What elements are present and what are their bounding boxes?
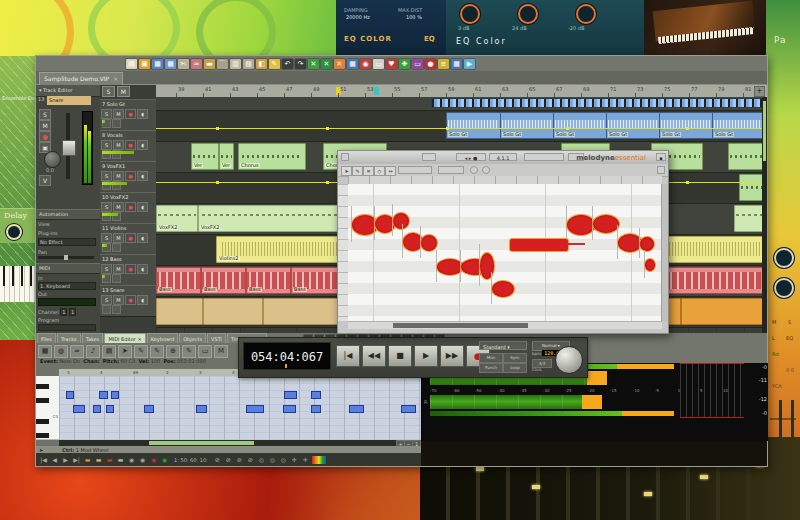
black-key[interactable] <box>36 398 49 403</box>
arrow-tool[interactable]: ➤ <box>341 166 352 176</box>
midi-m-icon[interactable]: M <box>214 345 228 358</box>
range-marker[interactable] <box>374 87 379 95</box>
velocity-icon[interactable]: ≈ <box>70 345 84 358</box>
pan-knob[interactable] <box>44 151 61 168</box>
record-arm-button[interactable]: ● <box>125 140 136 150</box>
trim-icon[interactable]: ▬ <box>204 59 215 69</box>
channel-in-field[interactable]: 1 <box>60 308 67 316</box>
melodyne-hscroll-thumb[interactable] <box>393 323 528 328</box>
click-label[interactable]: Click <box>532 368 542 372</box>
quantize-icon[interactable]: ▬ <box>83 455 92 464</box>
mute2-icon[interactable]: ⊘ <box>224 455 233 464</box>
play-button[interactable]: ▶ <box>414 345 438 367</box>
lock-icon[interactable] <box>102 305 111 314</box>
record-arm-button[interactable]: ● <box>125 295 136 305</box>
record-arm-button[interactable]: ● <box>125 264 136 274</box>
list-icon[interactable]: ▤ <box>102 345 116 358</box>
color-mode-icon[interactable] <box>312 456 326 464</box>
open-folder-icon[interactable]: ▣ <box>139 59 150 69</box>
piano-roll-grid[interactable] <box>59 376 421 440</box>
record-filter-icon[interactable]: ◉ <box>149 455 158 464</box>
melodyne-tempo-field[interactable] <box>524 153 564 161</box>
piano-icon[interactable]: ▦ <box>38 345 52 358</box>
midi-note[interactable] <box>73 405 85 413</box>
track-header[interactable]: 7 Solo GtSM●◖ <box>100 99 156 131</box>
track-header[interactable]: 9 VoxFX1SM●◖ <box>100 161 156 193</box>
add-track-button[interactable]: + <box>754 86 765 97</box>
monitor-button[interactable]: ◖ <box>137 140 148 150</box>
monitor-button[interactable]: ◖ <box>137 171 148 181</box>
mute3-icon[interactable]: ⊘ <box>235 455 244 464</box>
gear-icon[interactable] <box>112 119 121 128</box>
midi-note[interactable] <box>111 391 119 399</box>
pan-slider[interactable] <box>38 256 94 259</box>
zoom-in-icon[interactable]: ✛ <box>290 455 299 464</box>
crossfade-icon[interactable]: ≈ <box>191 59 202 69</box>
solo-button[interactable]: S <box>101 140 112 150</box>
mute4-icon[interactable]: ⊘ <box>246 455 255 464</box>
melodyne-window-icon[interactable] <box>341 153 349 161</box>
gear-icon[interactable] <box>112 274 121 283</box>
project-tab[interactable]: Samplitude Demo.VIP× <box>39 72 123 86</box>
plugins-value-field[interactable]: No Effect <box>38 238 96 246</box>
autoplay-icon[interactable]: ▶ <box>464 59 475 69</box>
eraser-icon[interactable]: ▭ <box>198 345 212 358</box>
forward-button[interactable]: ▶▶ <box>440 345 464 367</box>
melodyne-note[interactable] <box>639 236 655 252</box>
audio-clip[interactable]: Solo Gt <box>446 112 501 139</box>
pencil-yellow-icon[interactable]: ✎ <box>182 345 196 358</box>
audio-clip[interactable]: Ver <box>219 143 234 170</box>
loop3-icon[interactable]: ◎ <box>279 455 288 464</box>
melodyne-sustain-note[interactable] <box>509 238 569 252</box>
cut-icon[interactable]: ✂ <box>178 59 189 69</box>
melodyne-title-bar[interactable]: ◂ ▸ ● 4.1.1 melodyneessential ▪ <box>338 151 668 165</box>
marker-icon[interactable]: ◉ <box>360 59 371 69</box>
formant-tool[interactable]: ≡ <box>363 166 374 176</box>
pencil-blue-icon[interactable]: ✎ <box>134 345 148 358</box>
automation-section-header[interactable]: Automation <box>36 209 101 220</box>
audio-clip[interactable]: Bass <box>156 267 201 294</box>
mute-button[interactable]: M <box>39 120 51 131</box>
monitor-button[interactable]: Mon <box>479 353 503 363</box>
master-mute-button[interactable]: M <box>117 86 130 97</box>
go-start-icon[interactable]: |◀ <box>39 455 48 464</box>
step-back-icon[interactable]: ◀ <box>50 455 59 464</box>
timeline-vscrollbar[interactable] <box>762 97 767 333</box>
sync-button[interactable]: Sync <box>503 353 527 363</box>
pan-slider-handle[interactable] <box>64 255 68 260</box>
volume-fader[interactable] <box>62 140 76 156</box>
pitch-tool[interactable]: ✎ <box>352 166 363 176</box>
automation-node[interactable] <box>216 127 219 130</box>
black-key[interactable] <box>36 384 49 389</box>
midi-note[interactable] <box>246 405 264 413</box>
midi-note[interactable] <box>311 405 321 413</box>
midi-note[interactable] <box>283 405 296 413</box>
audio-clip[interactable] <box>728 143 766 170</box>
melodyne-vscrollbar[interactable] <box>661 184 668 321</box>
timing-tool[interactable]: ↔ <box>385 166 396 176</box>
paste-icon[interactable]: ▧ <box>243 59 254 69</box>
black-key[interactable] <box>36 419 49 424</box>
monitor-icon[interactable]: ▭ <box>412 59 423 69</box>
solo-button[interactable]: S <box>101 264 112 274</box>
automation-line[interactable] <box>156 128 767 129</box>
audio-clip[interactable]: Solo Gt <box>553 112 607 139</box>
mute-object-icon[interactable]: ◧ <box>256 59 267 69</box>
audio-clip[interactable]: Bass <box>246 267 291 294</box>
pencil-red-icon[interactable]: ✎ <box>150 345 164 358</box>
master-volume-knob[interactable] <box>555 346 583 374</box>
melodyne-close-icon[interactable]: ▪ <box>656 153 666 161</box>
track-header[interactable]: 8 VocalsSM●◖ <box>100 130 156 162</box>
automation-node[interactable] <box>686 181 689 184</box>
solo-button[interactable]: S <box>101 295 112 305</box>
safe-icon[interactable]: ✚ <box>399 59 410 69</box>
midi-out-field[interactable] <box>38 298 96 306</box>
mute-button[interactable]: M <box>113 140 124 150</box>
record-arm-button[interactable]: ● <box>125 109 136 119</box>
midi-note[interactable] <box>99 391 108 399</box>
melodyne-note[interactable] <box>491 280 515 298</box>
automation-node[interactable] <box>216 181 219 184</box>
favorite-icon[interactable]: ♥ <box>386 59 397 69</box>
audio-clip[interactable]: Solo Gt <box>500 112 554 139</box>
midi-note[interactable] <box>93 405 101 413</box>
